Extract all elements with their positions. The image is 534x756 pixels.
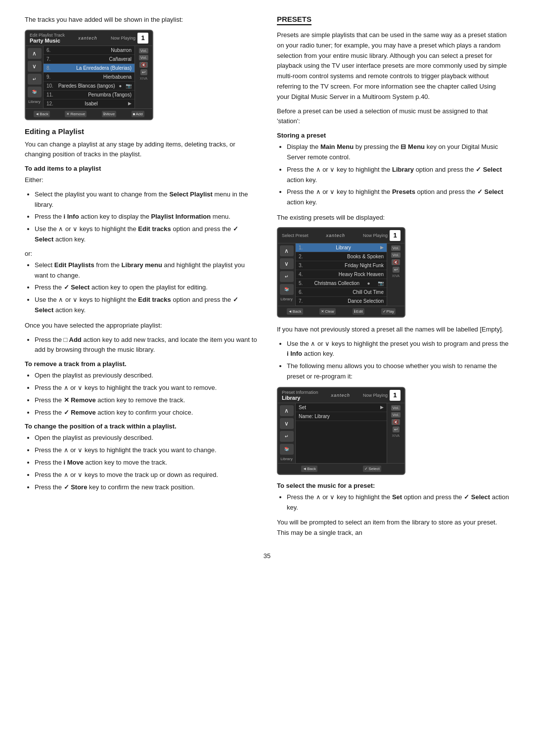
device3-sidebar: ∧ ∨ ↵ 📚 Library bbox=[278, 403, 296, 463]
list-item: Press the ∧ or ∨ key to highlight the Li… bbox=[287, 165, 509, 186]
back-btn-2[interactable]: ◄ Back bbox=[287, 308, 303, 315]
device2-footer: ◄ Back ✕ Clear ℹ Edit ✓ Play bbox=[278, 306, 404, 317]
storing-heading: Storing a preset bbox=[277, 132, 509, 139]
device1-content: 6. Nubarron 7. Cañaveral 8. La Enredader… bbox=[44, 46, 134, 108]
list-item: Press the ∧ or ∨ key to highlight the Pr… bbox=[287, 187, 509, 208]
device3-down-btn[interactable]: ∨ bbox=[280, 418, 294, 429]
select-btn[interactable]: ✓ Select bbox=[363, 466, 381, 472]
list-item: Select Edit Playlists from the Library m… bbox=[35, 260, 257, 281]
device1-skip-btn[interactable]: ↵ bbox=[28, 74, 42, 85]
list-item: Press the ✓ Select action key to open th… bbox=[35, 283, 257, 293]
xiva-label-2: XIVA bbox=[392, 274, 400, 278]
list-item: Open the playlist as previously describe… bbox=[35, 371, 257, 381]
xantech-logo-2: xantech bbox=[326, 233, 345, 238]
once-text: Once you have selected the appropriate p… bbox=[25, 321, 257, 331]
list-item: Select the playlist you want to change f… bbox=[35, 189, 257, 210]
list-item: 7. Dance Selection bbox=[296, 297, 387, 306]
list-item: Press the ∧ or ∨ key to highlight the Se… bbox=[287, 492, 509, 513]
list-item: 5. Christmas Collection ● 📷 bbox=[296, 279, 387, 288]
device-screen-1: Edit Playlist Track Party Music xantech … bbox=[25, 30, 153, 120]
xantech-logo-1: xantech bbox=[78, 36, 97, 41]
list-item: Press the ✓ Store key to confirm the new… bbox=[35, 482, 257, 493]
list-item: 2. Books & Spoken bbox=[296, 252, 387, 261]
device3-right-panel: Vol. Vol. 🔇 ↩ XIVA bbox=[387, 403, 404, 463]
remove-btn[interactable]: ✕ Remove bbox=[65, 111, 87, 117]
select-music-bullets: Press the ∧ or ∨ key to highlight the Se… bbox=[287, 492, 509, 513]
intro-text: The tracks you have added will be shown … bbox=[25, 15, 257, 25]
device3-up-btn[interactable]: ∧ bbox=[280, 405, 294, 416]
remove-track-heading: To remove a track from a playlist. bbox=[25, 360, 257, 368]
device1-header-label: Edit Playlist Track bbox=[30, 33, 65, 38]
add-btn[interactable]: ■ Add bbox=[132, 111, 144, 117]
device2-skip-btn[interactable]: ↵ bbox=[280, 271, 294, 282]
list-item: Press the i Move action key to move the … bbox=[35, 458, 257, 468]
device1-library-label: Library bbox=[28, 99, 40, 104]
device2-lib-btn[interactable]: 📚 bbox=[280, 284, 294, 295]
device2-header-label: Select Preset bbox=[282, 233, 309, 238]
list-item: Open the playlist as previously describe… bbox=[35, 433, 257, 443]
page-number: 35 bbox=[25, 552, 509, 560]
back-btn[interactable]: ◄ Back bbox=[34, 111, 50, 117]
device3-header-label: Preset Information bbox=[282, 390, 318, 395]
dot-icon-2: ● bbox=[367, 281, 370, 286]
add-items-heading: To add items to a playlist bbox=[25, 165, 257, 172]
edit-btn[interactable]: ℹ Edit bbox=[353, 308, 364, 315]
exit-btn[interactable]: ↩ bbox=[140, 69, 147, 75]
list-item: Press the ✓ Remove action key to confirm… bbox=[35, 408, 257, 418]
list-item-library: 1. Library ▶ bbox=[296, 243, 387, 252]
device3-nowplaying: Now Playing bbox=[363, 393, 388, 398]
list-item: 7. Cañaveral bbox=[44, 55, 134, 64]
device2-up-btn[interactable]: ∧ bbox=[280, 245, 294, 256]
device3-header: Preset Information Library xantech Now P… bbox=[278, 388, 404, 403]
vol-label-3: Vol. bbox=[391, 245, 400, 251]
play-btn[interactable]: ✓ Play bbox=[381, 308, 396, 315]
back-btn-3[interactable]: ◄ Back bbox=[301, 466, 317, 472]
device1-number: 1 bbox=[137, 33, 148, 44]
device1-up-btn[interactable]: ∧ bbox=[28, 48, 42, 59]
list-item: 10. Paredes Blancas (tangos) ● 📷 bbox=[44, 82, 134, 91]
add-bullets-3: Press the □ Add action key to add new tr… bbox=[35, 335, 257, 356]
device2-down-btn[interactable]: ∨ bbox=[280, 258, 294, 269]
list-item: Display the Main Menu by pressing the ⊟ … bbox=[287, 142, 509, 163]
exit-btn-3[interactable]: ↩ bbox=[393, 426, 400, 432]
existing-text: The existing presets will be displayed: bbox=[277, 213, 509, 223]
device3-skip-btn[interactable]: ↵ bbox=[280, 431, 294, 442]
vol-label-4: Vol. bbox=[391, 252, 400, 258]
device-screen-2: Select Preset xantech Now Playing 1 ∧ ∨ … bbox=[277, 227, 405, 318]
select-music-heading: To select the music for a preset: bbox=[277, 482, 509, 489]
exit-btn-2[interactable]: ↩ bbox=[393, 267, 400, 273]
device3-lib-btn[interactable]: 📚 bbox=[280, 444, 294, 455]
device1-lib-btn[interactable]: 📚 bbox=[28, 87, 42, 97]
device2-nowplaying: Now Playing bbox=[363, 233, 388, 238]
device3-header-title: Library bbox=[282, 395, 318, 401]
list-item-highlighted: 8. La Enredadera (Bulerias) bbox=[44, 64, 134, 73]
add-bullets-2: Select Edit Playlists from the Library m… bbox=[35, 260, 257, 316]
xiva-label-1: XIVA bbox=[140, 77, 147, 80]
either-text: Either: bbox=[25, 175, 257, 186]
device1-down-btn[interactable]: ∨ bbox=[28, 61, 42, 72]
vol-label-6: Vol. bbox=[391, 412, 400, 418]
list-item: 9. Hierbabuena bbox=[44, 73, 134, 82]
list-item: Press the i Info action key to display t… bbox=[35, 212, 257, 222]
device2-library-label: Library bbox=[280, 297, 292, 301]
left-column: The tracks you have added will be shown … bbox=[25, 15, 257, 542]
device2-header: Select Preset xantech Now Playing 1 bbox=[278, 228, 404, 243]
xantech-logo-3: xantech bbox=[331, 393, 350, 398]
device1-right-panel: Vol. Vol. 🔇 ↩ XIVA bbox=[134, 46, 152, 108]
list-item: The following menu allows you to choose … bbox=[287, 361, 509, 382]
list-item: 6. Chill Out Time bbox=[296, 288, 387, 297]
change-position-bullets: Open the playlist as previously describe… bbox=[35, 433, 257, 492]
add-bullets-1: Select the playlist you want to change f… bbox=[35, 189, 257, 245]
change-position-heading: To change the position of a track within… bbox=[25, 423, 257, 430]
mute-btn-2[interactable]: 🔇 bbox=[392, 259, 400, 265]
mute-btn[interactable]: 🔇 bbox=[139, 62, 148, 68]
move-btn[interactable]: ℹ Move bbox=[102, 111, 117, 117]
list-item: 4. Heavy Rock Heaven bbox=[296, 270, 387, 279]
clear-btn[interactable]: ✕ Clear bbox=[319, 308, 336, 315]
list-item: Use the ∧ or ∨ keys to highlight the Edi… bbox=[35, 295, 257, 316]
device3-footer: ◄ Back ✓ Select bbox=[278, 463, 404, 474]
mute-btn-3[interactable]: 🔇 bbox=[392, 419, 400, 425]
camera-icon: 📷 bbox=[126, 83, 132, 89]
device3-number: 1 bbox=[390, 390, 400, 401]
list-item-friday: 3. Friday Night Funk bbox=[296, 261, 387, 270]
